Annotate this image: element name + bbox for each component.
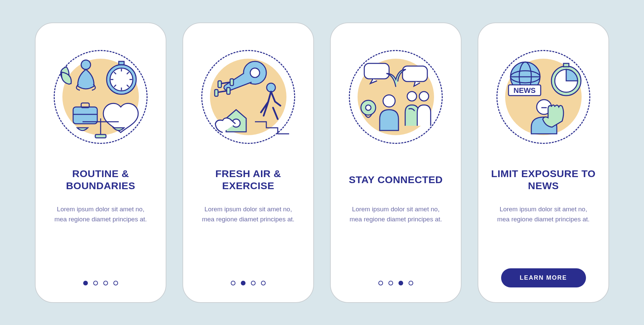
card-body: Lorem ipsum dolor sit amet no, mea regio… (493, 204, 594, 225)
svg-rect-23 (215, 90, 218, 96)
svg-line-25 (218, 91, 227, 92)
card-title: Fresh air & Exercise (195, 167, 301, 192)
card-body: Lorem ipsum dolor sit amet no, mea regio… (198, 204, 299, 225)
fresh-air-exercise-icon (201, 50, 295, 144)
routine-boundaries-icon (54, 50, 148, 144)
svg-rect-28 (364, 63, 389, 79)
card-body: Lorem ipsum dolor sit amet no, mea regio… (50, 204, 151, 225)
svg-point-34 (419, 92, 429, 101)
dot-1[interactable] (231, 281, 235, 285)
onboarding-card-news: NEWS Limit Exposure To News Lorem ipsum … (478, 22, 609, 303)
dot-4[interactable] (261, 281, 266, 285)
onboarding-card-exercise: Fresh air & Exercise Lorem ipsum dolor s… (182, 22, 314, 303)
svg-rect-21 (230, 79, 233, 86)
dot-3[interactable] (103, 281, 108, 285)
dot-2[interactable] (93, 281, 98, 285)
svg-point-32 (383, 95, 395, 107)
dot-4[interactable] (113, 281, 118, 285)
svg-point-26 (267, 83, 275, 92)
svg-rect-24 (227, 88, 230, 94)
dot-3[interactable] (398, 281, 403, 285)
learn-more-button[interactable]: LEARN MORE (501, 268, 586, 287)
page-indicator (83, 281, 118, 287)
card-title: Limit Exposure To News (490, 167, 596, 192)
svg-point-0 (81, 60, 91, 69)
dot-3[interactable] (251, 281, 256, 285)
svg-rect-3 (119, 61, 124, 65)
stay-connected-icon (349, 50, 443, 144)
news-label-text: NEWS (514, 86, 536, 95)
svg-point-33 (407, 92, 417, 101)
svg-rect-17 (95, 134, 106, 138)
dot-4[interactable] (409, 281, 413, 285)
onboarding-card-connected: Stay Connected Lorem ipsum dolor sit ame… (330, 22, 462, 303)
card-body: Lorem ipsum dolor sit amet no, mea regio… (345, 204, 446, 225)
svg-rect-29 (402, 66, 427, 82)
page-indicator (378, 281, 413, 287)
card-title: Stay Connected (349, 167, 443, 192)
dot-2[interactable] (241, 281, 246, 285)
dot-2[interactable] (388, 281, 393, 285)
card-title: Routine & Boundaries (48, 167, 154, 192)
svg-point-2 (110, 68, 133, 91)
dot-1[interactable] (378, 281, 383, 285)
svg-rect-42 (564, 63, 569, 67)
svg-point-31 (366, 105, 371, 110)
page-indicator (231, 281, 266, 287)
limit-news-icon: NEWS (496, 50, 590, 144)
svg-rect-20 (218, 81, 221, 88)
svg-point-19 (250, 68, 260, 77)
onboarding-card-routine: Routine & Boundaries Lorem ipsum dolor s… (35, 22, 166, 303)
dot-1[interactable] (83, 281, 88, 285)
